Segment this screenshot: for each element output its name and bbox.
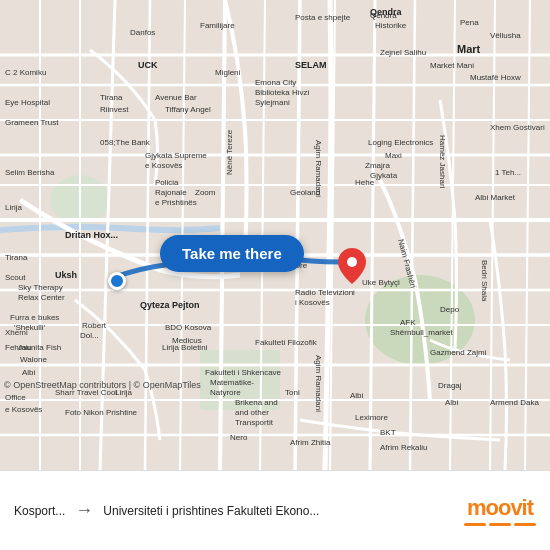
take-me-there-button[interactable]: Take me there xyxy=(160,235,304,272)
origin-pin xyxy=(108,272,126,290)
svg-text:Furra e bukes: Furra e bukes xyxy=(10,313,59,322)
svg-text:Fakulteti Filozofik: Fakulteti Filozofik xyxy=(255,338,318,347)
bottom-bar: Kosport... → Universiteti i prishtines F… xyxy=(0,470,550,550)
svg-text:Loging Electronics: Loging Electronics xyxy=(368,138,433,147)
svg-text:Qyteza Pejton: Qyteza Pejton xyxy=(140,300,200,310)
svg-text:Dritan Hox...: Dritan Hox... xyxy=(65,230,118,240)
svg-text:058;The Bank: 058;The Bank xyxy=(100,138,151,147)
svg-text:Migleni: Migleni xyxy=(215,68,241,77)
moovit-line-2 xyxy=(489,523,511,526)
svg-text:AFK: AFK xyxy=(400,318,416,327)
svg-text:Albi: Albi xyxy=(350,391,364,400)
svg-text:Biblioteka Hivzi: Biblioteka Hivzi xyxy=(255,88,309,97)
svg-text:Toni: Toni xyxy=(285,388,300,397)
svg-text:Transportit: Transportit xyxy=(235,418,274,427)
svg-point-129 xyxy=(347,257,357,267)
moovit-logo: moovit xyxy=(450,470,550,550)
svg-text:Radio Televizioni: Radio Televizioni xyxy=(295,288,355,297)
svg-text:and other: and other xyxy=(235,408,269,417)
svg-text:BKT: BKT xyxy=(380,428,396,437)
svg-text:Sky Therapy: Sky Therapy xyxy=(18,283,63,292)
svg-text:Policia: Policia xyxy=(155,178,179,187)
svg-text:Riinvest: Riinvest xyxy=(100,105,129,114)
svg-text:i Kosovës: i Kosovës xyxy=(295,298,330,307)
svg-text:Armend Daka: Armend Daka xyxy=(490,398,539,407)
svg-text:Afrim Rekaliu: Afrim Rekaliu xyxy=(380,443,428,452)
svg-text:Qendra: Qendra xyxy=(370,7,403,17)
svg-text:Grameen Trust: Grameen Trust xyxy=(5,118,59,127)
moovit-logo-lines xyxy=(464,523,536,526)
svg-text:Nero: Nero xyxy=(230,433,248,442)
svg-text:Gazmend Zajmi: Gazmend Zajmi xyxy=(430,348,487,357)
svg-text:Bedri Shala: Bedri Shala xyxy=(480,260,489,302)
svg-text:Gjykata: Gjykata xyxy=(370,171,398,180)
moovit-line-3 xyxy=(514,523,536,526)
svg-text:1 Teh...: 1 Teh... xyxy=(495,168,521,177)
svg-text:Jaunita Fish: Jaunita Fish xyxy=(18,343,61,352)
svg-text:Selim Berisha: Selim Berisha xyxy=(5,168,55,177)
svg-text:Relax Center: Relax Center xyxy=(18,293,65,302)
svg-text:Tirana: Tirana xyxy=(5,253,28,262)
svg-text:Historike: Historike xyxy=(375,21,407,30)
svg-text:Nënë Tereze: Nënë Tereze xyxy=(225,129,234,175)
svg-text:Vëllusha: Vëllusha xyxy=(490,31,521,40)
svg-text:Dragaj: Dragaj xyxy=(438,381,462,390)
svg-text:'Shekulli': 'Shekulli' xyxy=(14,323,46,332)
svg-text:Albi: Albi xyxy=(22,368,36,377)
svg-text:Natyrore: Natyrore xyxy=(210,388,241,397)
svg-text:Maxi: Maxi xyxy=(385,151,402,160)
svg-text:Albi: Albi xyxy=(445,398,459,407)
origin-label: Kosport... xyxy=(14,504,65,518)
svg-text:Depo: Depo xyxy=(440,305,460,314)
svg-text:Emona City: Emona City xyxy=(255,78,296,87)
svg-text:Matematike-: Matematike- xyxy=(210,378,254,387)
destination-pin xyxy=(338,248,366,288)
svg-text:Avenue Bar: Avenue Bar xyxy=(155,93,197,102)
svg-text:Agim Ramadani: Agim Ramadani xyxy=(314,355,323,412)
svg-text:Foto Nikon Prishtine: Foto Nikon Prishtine xyxy=(65,408,138,417)
svg-text:Pena: Pena xyxy=(460,18,479,27)
svg-text:Zoom: Zoom xyxy=(195,188,216,197)
svg-text:Zmajra: Zmajra xyxy=(365,161,390,170)
svg-text:BDO Kosova: BDO Kosova xyxy=(165,323,212,332)
svg-text:Afrim Zhitia: Afrim Zhitia xyxy=(290,438,331,447)
svg-text:Lirija: Lirija xyxy=(5,203,22,212)
svg-text:Leximore: Leximore xyxy=(355,413,388,422)
svg-text:Albi Market: Albi Market xyxy=(475,193,516,202)
svg-text:Fakulteti i Shkencave: Fakulteti i Shkencave xyxy=(205,368,282,377)
svg-text:Danfos: Danfos xyxy=(130,28,155,37)
svg-text:UCK: UCK xyxy=(138,60,158,70)
svg-text:C 2 Komiku: C 2 Komiku xyxy=(5,68,46,77)
svg-text:Uke Bytyçi: Uke Bytyçi xyxy=(362,278,400,287)
svg-text:Tiffany Angel: Tiffany Angel xyxy=(165,105,211,114)
svg-text:Sylejmani: Sylejmani xyxy=(255,98,290,107)
mart-label: Mart xyxy=(457,43,480,55)
svg-text:Eye Hospital: Eye Hospital xyxy=(5,98,50,107)
svg-text:Xhem Gostivari: Xhem Gostivari xyxy=(490,123,545,132)
svg-text:e Kosovës: e Kosovës xyxy=(5,405,42,414)
svg-text:Gjykata Supreme: Gjykata Supreme xyxy=(145,151,207,160)
map-attribution: © OpenStreetMap contributors | © OpenMap… xyxy=(4,380,201,390)
svg-text:Familijare: Familijare xyxy=(200,21,235,30)
svg-text:Zejnel Salihu: Zejnel Salihu xyxy=(380,48,426,57)
map-container: Familijare Danfos Posta e shpejte Qendra… xyxy=(0,0,550,470)
svg-text:Walone: Walone xyxy=(20,355,47,364)
svg-text:Market Mani: Market Mani xyxy=(430,61,474,70)
moovit-logo-text: moovit xyxy=(467,495,533,521)
arrow-right-icon: → xyxy=(75,500,93,521)
svg-text:Posta e shpejte: Posta e shpejte xyxy=(295,13,351,22)
svg-text:Mustafë Hoxw: Mustafë Hoxw xyxy=(470,73,521,82)
svg-text:Office: Office xyxy=(5,393,26,402)
svg-text:e Kosovës: e Kosovës xyxy=(145,161,182,170)
moovit-line-1 xyxy=(464,523,486,526)
svg-text:Agim Ramadani: Agim Ramadani xyxy=(314,140,323,197)
svg-text:Tirana: Tirana xyxy=(100,93,123,102)
svg-text:Shërnbull_market: Shërnbull_market xyxy=(390,328,453,337)
svg-text:Dol...: Dol... xyxy=(80,331,99,340)
svg-text:e Prishtinës: e Prishtinës xyxy=(155,198,197,207)
svg-text:Brikena and: Brikena and xyxy=(235,398,278,407)
svg-text:Robert: Robert xyxy=(82,321,107,330)
svg-text:Rajonale: Rajonale xyxy=(155,188,187,197)
svg-text:Uksh: Uksh xyxy=(55,270,77,280)
svg-text:SELAM: SELAM xyxy=(295,60,327,70)
